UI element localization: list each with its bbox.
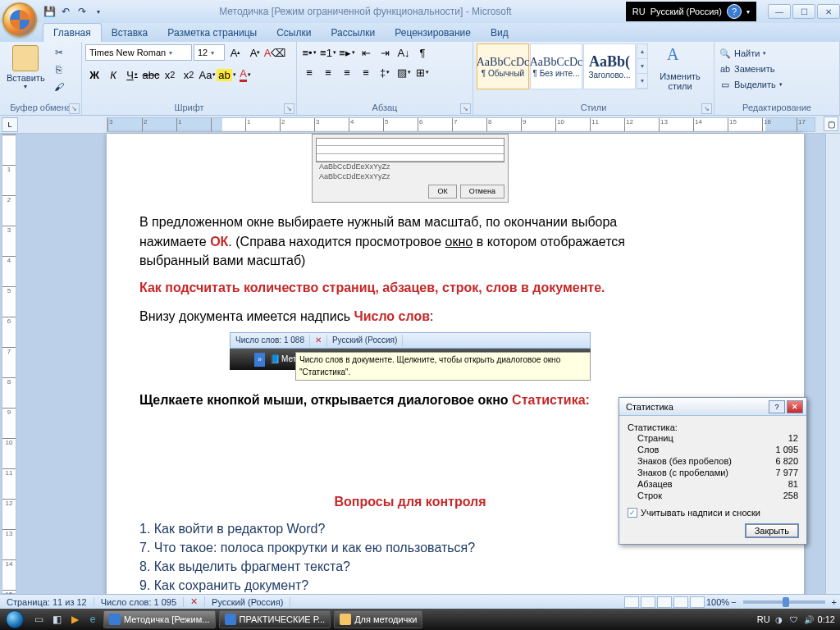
justify-button[interactable]: ≡ <box>357 63 375 81</box>
borders-button[interactable]: ⊞▾ <box>413 63 431 81</box>
close-button[interactable]: ✕ <box>817 4 840 19</box>
office-button[interactable] <box>2 2 37 37</box>
proofing-icon[interactable]: ✕ <box>184 596 205 607</box>
tab-selector-button[interactable]: L <box>2 117 18 132</box>
font-size-combo[interactable]: 12▾ <box>194 44 225 61</box>
stats-close-button[interactable]: Закрыть <box>746 524 798 537</box>
indent-decrease-button[interactable]: ⇤ <box>357 43 375 62</box>
word-count[interactable]: Число слов: 1 095 <box>94 597 184 607</box>
format-painter-icon[interactable]: 🖌 <box>51 80 67 94</box>
lang-dropdown-icon[interactable]: ▾ <box>746 8 750 16</box>
zoom-out-icon[interactable]: − <box>731 597 736 607</box>
outline-view-icon[interactable] <box>673 596 688 608</box>
page-number[interactable]: Страница: 11 из 12 <box>0 597 94 607</box>
tray-security-icon[interactable]: 🛡 <box>788 614 800 625</box>
line-spacing-button[interactable]: ‡▾ <box>376 63 394 81</box>
superscript-button[interactable]: x2 <box>180 66 198 84</box>
clear-format-icon[interactable]: A⌫ <box>266 43 284 62</box>
redo-icon[interactable]: ↷ <box>75 5 89 18</box>
numbering-button[interactable]: ≡1▾ <box>319 43 337 62</box>
replace-button[interactable]: abЗаменить <box>718 62 776 75</box>
vertical-scrollbar[interactable] <box>825 134 840 594</box>
qat-dropdown-icon[interactable]: ▾ <box>92 5 105 18</box>
ruler-toggle-button[interactable]: ▢ <box>824 116 838 131</box>
ql-switch-icon[interactable]: ◧ <box>48 610 66 628</box>
tray-volume-icon[interactable]: 🔊 <box>803 614 815 625</box>
italic-button[interactable]: К <box>104 66 122 84</box>
style-normal[interactable]: AaBbCcDc ¶ Обычный <box>477 43 529 89</box>
include-footnotes-checkbox[interactable]: ✓ Учитывать надписи и сноски <box>628 508 798 518</box>
style-gallery-scroll[interactable]: ▴▾▾ <box>637 43 648 89</box>
dialog-help-button[interactable]: ? <box>769 400 785 413</box>
vertical-ruler[interactable]: 123456789101112131415 <box>2 134 16 594</box>
tray-icon[interactable]: ◑ <box>774 614 785 625</box>
font-launcher-icon[interactable]: ↘ <box>284 103 294 114</box>
strike-button[interactable]: abc <box>142 66 160 84</box>
align-center-button[interactable]: ≡ <box>319 63 337 81</box>
clipboard-launcher-icon[interactable]: ↘ <box>69 103 80 114</box>
font-family-combo[interactable]: Times New Roman▾ <box>85 44 192 61</box>
zoom-in-icon[interactable]: + <box>832 597 837 607</box>
paragraph-launcher-icon[interactable]: ↘ <box>460 103 471 114</box>
language[interactable]: Русский (Россия) <box>205 597 290 607</box>
underline-button[interactable]: Ч▾ <box>123 66 141 84</box>
change-styles-button[interactable]: A Изменить стили <box>650 43 710 93</box>
ql-media-icon[interactable]: ▶ <box>66 610 84 628</box>
bold-button[interactable]: Ж <box>85 66 103 84</box>
copy-icon[interactable]: ⎘ <box>51 62 67 77</box>
ql-browser-icon[interactable]: e <box>84 610 102 628</box>
ql-desktop-icon[interactable]: ▭ <box>30 610 48 628</box>
paste-button[interactable]: Вставить ▾ <box>3 43 48 92</box>
tab-view[interactable]: Вид <box>481 24 518 42</box>
shrink-font-icon[interactable]: A▾ <box>246 43 264 62</box>
tab-layout[interactable]: Разметка страницы <box>158 24 267 42</box>
task-item[interactable]: ПРАКТИЧЕСКИЕ Р... <box>219 610 331 628</box>
change-case-button[interactable]: Aa▾ <box>199 66 217 84</box>
multilevel-button[interactable]: ≡▸▾ <box>338 43 356 62</box>
help-icon[interactable]: ? <box>727 4 742 19</box>
tab-mailings[interactable]: Рассылки <box>321 24 385 42</box>
zoom-level[interactable]: 100% <box>706 597 729 607</box>
tab-home[interactable]: Главная <box>43 23 102 42</box>
dialog-close-button[interactable]: ✕ <box>787 400 803 413</box>
styles-launcher-icon[interactable]: ↘ <box>701 103 712 114</box>
web-layout-view-icon[interactable] <box>657 596 672 608</box>
print-layout-view-icon[interactable] <box>624 596 639 608</box>
subscript-button[interactable]: x2 <box>161 66 179 84</box>
bullets-button[interactable]: ≡•▾ <box>300 43 318 62</box>
font-color-button[interactable]: A▾ <box>236 66 254 84</box>
full-screen-view-icon[interactable] <box>641 596 655 608</box>
task-item[interactable]: Для методички <box>334 610 422 628</box>
select-button[interactable]: ▭Выделить▾ <box>718 78 784 91</box>
minimize-button[interactable]: — <box>768 4 791 19</box>
highlight-button[interactable]: ab▾ <box>217 66 235 84</box>
horizontal-ruler[interactable]: 3211234567891011121314151617 <box>107 117 815 132</box>
undo-icon[interactable]: ↶ <box>59 5 72 18</box>
tab-review[interactable]: Рецензирование <box>385 24 481 42</box>
save-icon[interactable]: 💾 <box>43 5 56 18</box>
task-item[interactable]: Методичка [Режим... <box>103 610 216 628</box>
find-button[interactable]: 🔍Найти▾ <box>718 47 768 60</box>
zoom-slider[interactable] <box>743 600 825 604</box>
tray-clock[interactable]: 0:12 <box>818 614 835 624</box>
indent-increase-button[interactable]: ⇥ <box>376 43 394 62</box>
style-heading[interactable]: AaBb( Заголово... <box>583 43 636 89</box>
cut-icon[interactable]: ✂ <box>51 45 67 60</box>
tab-references[interactable]: Ссылки <box>267 24 321 42</box>
maximize-button[interactable]: ☐ <box>792 4 815 19</box>
tab-insert[interactable]: Вставка <box>102 24 158 42</box>
grow-font-icon[interactable]: A▴ <box>226 43 244 62</box>
style-no-spacing[interactable]: AaBbCcDc ¶ Без инте... <box>530 43 582 89</box>
document-page[interactable]: AaBbCcDdEeXxYyZzAaBbCcDdEeXxYyZz ОК Отме… <box>107 134 804 630</box>
align-left-button[interactable]: ≡ <box>300 63 318 81</box>
sort-button[interactable]: A↓ <box>395 43 413 62</box>
start-button[interactable] <box>0 609 30 630</box>
draft-view-icon[interactable] <box>690 596 705 608</box>
align-right-button[interactable]: ≡ <box>338 63 356 81</box>
language-indicator[interactable]: RU Русский (Россия) ? ▾ <box>626 2 756 21</box>
tray-lang[interactable]: RU <box>757 614 770 624</box>
clipboard-label: Буфер обмена <box>3 102 78 113</box>
show-marks-button[interactable]: ¶ <box>413 43 431 62</box>
dialog-titlebar[interactable]: Статистика ? ✕ <box>619 398 806 416</box>
shading-button[interactable]: ▨▾ <box>395 63 413 81</box>
